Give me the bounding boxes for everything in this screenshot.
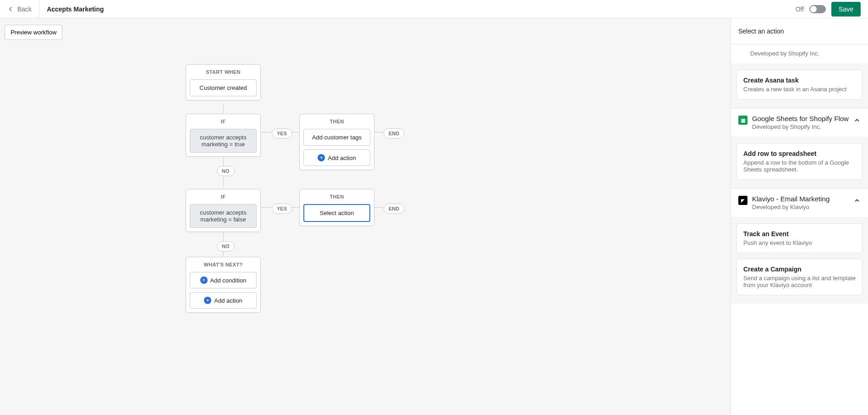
no-pill-1: NO bbox=[217, 166, 235, 176]
kl-title: Klaviyo - Email Marketing bbox=[752, 195, 849, 203]
end-pill-1: END bbox=[384, 128, 404, 138]
add-condition-button[interactable]: + Add condition bbox=[190, 272, 257, 288]
action-sidebar: Select an action Developed by Shopify In… bbox=[731, 18, 868, 415]
gs-action-title: Add row to spreadsheet bbox=[743, 150, 856, 157]
google-sheets-icon: ▦ bbox=[738, 116, 747, 125]
action-create-campaign[interactable]: Create a Campaign Send a campaign using … bbox=[736, 259, 863, 295]
section-klaviyo[interactable]: ◤ Klaviyo - Email Marketing Developed by… bbox=[731, 188, 868, 217]
toggle-label: Off bbox=[796, 6, 804, 13]
sidebar-title: Select an action bbox=[731, 18, 868, 44]
page-title: Accepts Marketing bbox=[39, 6, 111, 13]
start-body: Customer created bbox=[190, 79, 257, 96]
kl-a2-desc: Send a campaign using a list and templat… bbox=[743, 275, 856, 288]
chevron-up-icon bbox=[853, 116, 861, 124]
then-node-2[interactable]: THEN Select action bbox=[299, 189, 374, 226]
kl-a2-title: Create a Campaign bbox=[743, 266, 856, 273]
add-condition-label: Add condition bbox=[210, 277, 247, 284]
action-add-row-spreadsheet[interactable]: Add row to spreadsheet Append a row to t… bbox=[736, 143, 863, 180]
connector bbox=[374, 207, 384, 208]
add-action-label-2: Add action bbox=[214, 297, 242, 304]
whats-next-header: WHAT'S NEXT? bbox=[186, 257, 260, 272]
klaviyo-icon: ◤ bbox=[738, 196, 747, 205]
gs-dev: Developed by Shopify Inc. bbox=[752, 123, 849, 130]
header-left: Back Accepts Marketing bbox=[0, 0, 111, 18]
action-track-event[interactable]: Track an Event Push any event to Klaviyo bbox=[736, 223, 863, 253]
connector bbox=[223, 105, 224, 115]
kl-a1-title: Track an Event bbox=[743, 230, 856, 238]
header: Back Accepts Marketing Off Save bbox=[0, 0, 868, 18]
if-header-2: IF bbox=[186, 189, 260, 204]
action-add-tags: Add customer tags bbox=[303, 129, 370, 146]
end-pill-2: END bbox=[384, 204, 404, 214]
start-node[interactable]: START WHEN Customer created bbox=[186, 64, 261, 100]
arrow-left-icon bbox=[7, 6, 15, 13]
gs-group-body: Add row to spreadsheet Append a row to t… bbox=[731, 137, 868, 188]
condition-1: customer accepts marketing = true bbox=[190, 129, 257, 153]
start-header: START WHEN bbox=[186, 65, 260, 79]
section-google-sheets[interactable]: ▦ Google Sheets for Shopify Flow Develop… bbox=[731, 108, 868, 137]
yes-pill-2: YES bbox=[272, 204, 292, 214]
then-header-1: THEN bbox=[300, 114, 374, 129]
asana-title: Create Asana task bbox=[743, 77, 856, 84]
plus-icon: + bbox=[204, 297, 211, 304]
gs-title: Google Sheets for Shopify Flow bbox=[752, 115, 849, 122]
action-create-asana-task[interactable]: Create Asana task Creates a new task in … bbox=[736, 70, 863, 100]
no-pill-2: NO bbox=[217, 241, 235, 251]
condition-2: customer accepts marketing = false bbox=[190, 204, 257, 228]
if-node-1[interactable]: IF customer accepts marketing = true bbox=[186, 114, 261, 157]
preview-workflow-button[interactable]: Preview workflow bbox=[5, 25, 62, 40]
if-header: IF bbox=[186, 114, 260, 129]
chevron-up-icon bbox=[853, 197, 861, 204]
workflow-canvas[interactable]: Preview workflow START WHEN Customer cre… bbox=[0, 18, 731, 415]
asana-group-body: Create Asana task Creates a new task in … bbox=[731, 63, 868, 108]
add-action-button-2[interactable]: + Add action bbox=[190, 292, 257, 309]
kl-group-body: Track an Event Push any event to Klaviyo… bbox=[731, 217, 868, 304]
status-toggle[interactable] bbox=[809, 5, 826, 13]
if-node-2[interactable]: IF customer accepts marketing = false bbox=[186, 189, 261, 232]
save-button[interactable]: Save bbox=[831, 2, 861, 17]
header-right: Off Save bbox=[796, 2, 861, 17]
gs-text: Google Sheets for Shopify Flow Developed… bbox=[752, 115, 849, 130]
yes-pill-1: YES bbox=[272, 128, 292, 138]
plus-icon: + bbox=[318, 154, 325, 161]
gs-action-desc: Append a row to the bottom of a Google S… bbox=[743, 159, 856, 173]
select-action-body[interactable]: Select action bbox=[303, 204, 370, 222]
then-header-2: THEN bbox=[300, 189, 374, 204]
kl-text: Klaviyo - Email Marketing Developed by K… bbox=[752, 195, 849, 210]
back-button[interactable]: Back bbox=[0, 0, 39, 18]
asana-desc: Creates a new task in an Asana project bbox=[743, 86, 856, 93]
whats-next-node[interactable]: WHAT'S NEXT? + Add condition + Add actio… bbox=[186, 257, 261, 313]
back-label: Back bbox=[17, 6, 32, 13]
plus-icon: + bbox=[200, 277, 208, 284]
kl-a1-desc: Push any event to Klaviyo bbox=[743, 239, 856, 246]
connector bbox=[374, 132, 384, 133]
then-node-1[interactable]: THEN Add customer tags + Add action bbox=[299, 114, 374, 170]
main: Preview workflow START WHEN Customer cre… bbox=[0, 18, 868, 415]
dev-by-shopify: Developed by Shopify Inc. bbox=[731, 44, 868, 63]
add-action-label: Add action bbox=[328, 155, 356, 161]
kl-dev: Developed by Klaviyo bbox=[752, 204, 849, 210]
add-action-button-1[interactable]: + Add action bbox=[303, 149, 370, 166]
